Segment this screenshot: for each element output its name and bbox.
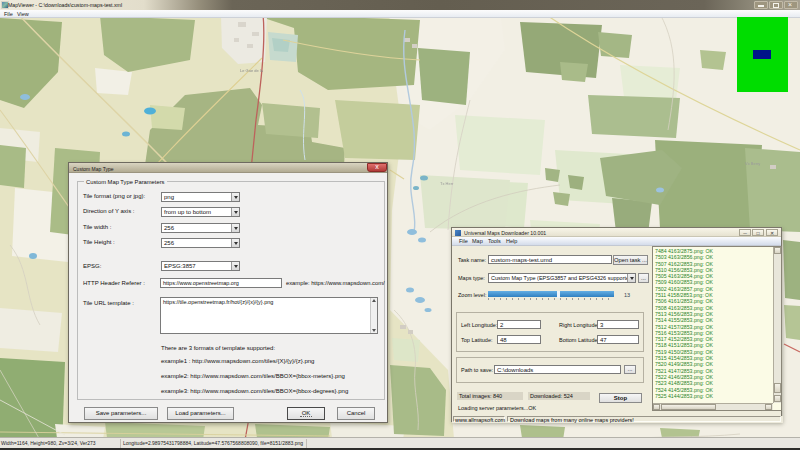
svg-text:Le Gue de la: Le Gue de la: [240, 68, 264, 73]
svg-text:Vx Berry: Vx Berry: [745, 161, 760, 166]
svg-text:Tx Herr: Tx Herr: [440, 181, 454, 186]
